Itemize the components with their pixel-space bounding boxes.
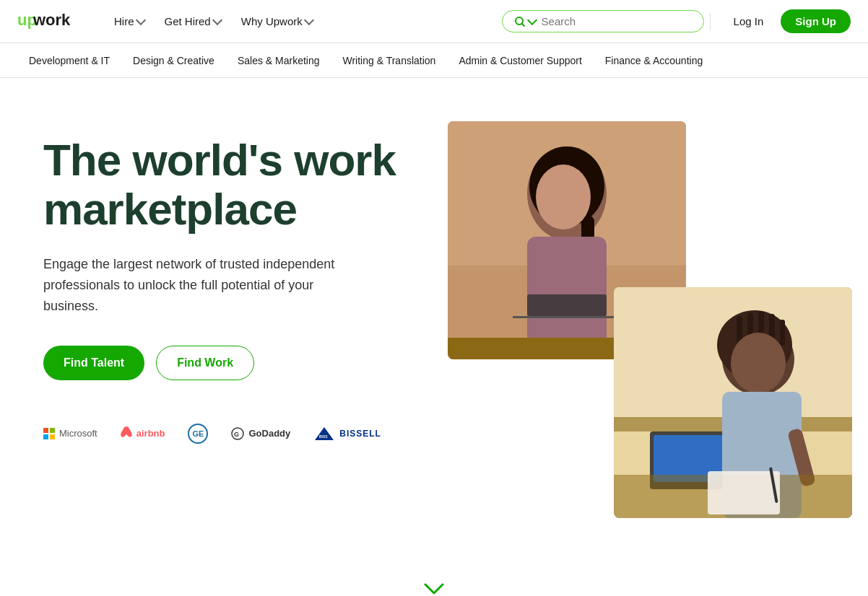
hero-buttons: Find Talent Find Work xyxy=(43,346,419,380)
search-icon xyxy=(514,16,526,27)
navbar: up work Hire Get Hired Why Upwork xyxy=(0,0,868,43)
nav-divider xyxy=(710,13,711,30)
cat-admin-support[interactable]: Admin & Customer Support xyxy=(447,46,593,75)
hero-images xyxy=(448,121,825,540)
nav-hire[interactable]: Hire xyxy=(105,9,153,33)
scroll-down-icon[interactable] xyxy=(424,583,444,596)
airbnb-logo: airbnb xyxy=(121,426,165,441)
nav-get-hired[interactable]: Get Hired xyxy=(156,9,230,33)
get-hired-chevron-icon xyxy=(212,15,222,25)
svg-point-13 xyxy=(536,165,591,229)
nav-links: Hire Get Hired Why Upwork xyxy=(105,9,502,33)
svg-text:BISS: BISS xyxy=(319,434,328,439)
nav-why-upwork[interactable]: Why Upwork xyxy=(233,9,321,33)
microsoft-icon xyxy=(43,428,55,439)
search-dropdown-button[interactable] xyxy=(514,16,536,27)
airbnb-icon xyxy=(121,426,132,441)
bissell-icon: BISS xyxy=(313,426,335,442)
ge-logo: GE xyxy=(188,424,208,444)
find-talent-button[interactable]: Find Talent xyxy=(43,346,144,380)
hero-image-man xyxy=(614,287,852,518)
hero-subtitle: Engage the largest network of trusted in… xyxy=(43,254,347,316)
partner-logos: Microsoft airbnb GE G GoDaddy xyxy=(43,424,419,444)
search-input[interactable] xyxy=(542,15,692,27)
svg-rect-34 xyxy=(708,471,780,514)
godaddy-logo: G GoDaddy xyxy=(231,427,290,440)
bissell-logo: BISS BISSELL xyxy=(313,426,381,442)
cat-sales-marketing[interactable]: Sales & Marketing xyxy=(226,46,331,75)
hero-content: The world's work marketplace Engage the … xyxy=(43,121,419,444)
godaddy-icon: G xyxy=(231,427,244,440)
microsoft-logo: Microsoft xyxy=(43,428,97,439)
hire-chevron-icon xyxy=(135,15,145,25)
search-chevron-icon xyxy=(527,15,537,25)
svg-text:work: work xyxy=(32,11,71,29)
man-photo xyxy=(614,287,852,518)
upwork-logo[interactable]: up work xyxy=(17,9,82,34)
find-work-button[interactable]: Find Work xyxy=(156,346,254,380)
search-container xyxy=(502,10,704,32)
cat-writing-translation[interactable]: Writing & Translation xyxy=(331,46,448,75)
auth-buttons: Log In Sign Up xyxy=(722,9,851,33)
cat-design-creative[interactable]: Design & Creative xyxy=(121,46,226,75)
ge-icon: GE xyxy=(188,424,208,444)
svg-line-3 xyxy=(521,23,524,26)
hero-title: The world's work marketplace xyxy=(43,136,419,234)
login-button[interactable]: Log In xyxy=(722,9,776,33)
why-upwork-chevron-icon xyxy=(304,15,314,25)
svg-text:G: G xyxy=(234,431,239,438)
svg-rect-16 xyxy=(513,316,621,318)
cat-finance-accounting[interactable]: Finance & Accounting xyxy=(594,46,714,75)
svg-point-30 xyxy=(731,333,786,393)
cat-development-it[interactable]: Development & IT xyxy=(17,46,121,75)
svg-rect-29 xyxy=(780,320,785,346)
svg-rect-17 xyxy=(527,294,607,316)
scroll-indicator xyxy=(0,569,868,596)
hero-section: The world's work marketplace Engage the … xyxy=(0,78,868,569)
category-nav: Development & IT Design & Creative Sales… xyxy=(0,43,868,78)
signup-button[interactable]: Sign Up xyxy=(781,9,851,33)
